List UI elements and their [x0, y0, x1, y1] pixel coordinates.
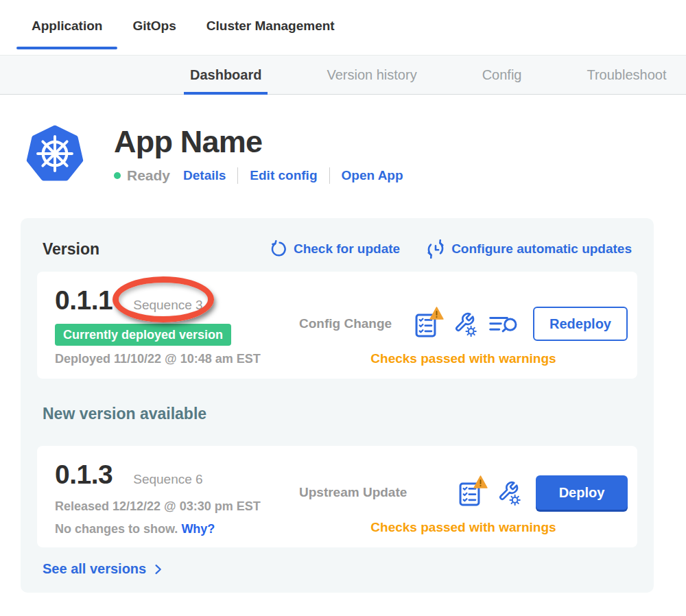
topnav-application[interactable]: Application [16, 0, 117, 55]
primary-nav: Application GitOps Cluster Management [0, 0, 686, 55]
ready-status-dot-icon [114, 172, 121, 179]
topnav-cluster-management-label: Cluster Management [206, 19, 335, 33]
details-link[interactable]: Details [183, 168, 226, 183]
see-all-versions-label: See all versions [43, 561, 146, 577]
diff-view-icon[interactable] [488, 313, 518, 335]
preflight-checks-button[interactable] [458, 478, 484, 507]
app-tab-bar: Dashboard Version history Config Trouble… [0, 55, 686, 95]
released-timestamp: Released 12/12/22 @ 03:30 pm EST [55, 499, 299, 514]
tab-config[interactable]: Config [482, 55, 522, 95]
open-app-link[interactable]: Open App [342, 168, 403, 183]
tab-version-history[interactable]: Version history [327, 55, 416, 95]
app-header: App Name Ready Details Edit config Open … [25, 123, 686, 185]
no-changes-text: No changes to show. [55, 522, 178, 536]
configure-automatic-updates-label: Configure automatic updates [451, 241, 632, 257]
divider [237, 167, 238, 184]
checks-warning-text: Checks passed with warnings [299, 351, 628, 366]
new-version-card: 0.1.3 Sequence 6 Released 12/12/22 @ 03:… [37, 446, 637, 547]
why-link[interactable]: Why? [181, 522, 215, 536]
tab-dashboard[interactable]: Dashboard [190, 55, 261, 95]
edit-config-link[interactable]: Edit config [250, 168, 317, 183]
auto-update-clock-icon [426, 239, 445, 259]
see-all-versions-link[interactable]: See all versions [43, 561, 632, 577]
version-panel-title: Version [43, 240, 270, 259]
check-for-update-label: Check for update [294, 241, 400, 257]
divider [329, 167, 330, 184]
config-wrench-icon[interactable] [452, 311, 477, 337]
current-version-number: 0.1.1 [55, 285, 113, 316]
new-version-number: 0.1.3 [55, 460, 113, 490]
preflight-checks-button[interactable] [414, 309, 440, 338]
redeploy-button[interactable]: Redeploy [533, 307, 628, 341]
warning-triangle-icon [429, 307, 444, 320]
app-status-row: Ready Details Edit config Open App [114, 167, 403, 184]
version-source-label: Upstream Update [299, 485, 407, 500]
version-panel: Version Check for update Configure autom… [21, 218, 654, 593]
topnav-cluster-management[interactable]: Cluster Management [191, 0, 350, 55]
config-wrench-icon[interactable] [496, 479, 521, 506]
check-for-update-button[interactable]: Check for update [270, 240, 400, 258]
topnav-application-label: Application [32, 19, 102, 33]
page-title: App Name [114, 124, 403, 160]
topnav-gitops-label: GitOps [132, 19, 176, 33]
checks-warning-text: Checks passed with warnings [299, 520, 628, 535]
kubernetes-logo-icon [25, 123, 84, 185]
tab-troubleshoot[interactable]: Troubleshoot [587, 55, 666, 95]
warning-triangle-icon [473, 475, 488, 488]
deploy-button[interactable]: Deploy [536, 475, 628, 510]
new-version-heading: New version available [43, 405, 632, 424]
new-version-sequence: Sequence 6 [133, 472, 202, 487]
current-version-sequence: Sequence 3 [133, 298, 202, 313]
configure-automatic-updates-button[interactable]: Configure automatic updates [426, 239, 632, 259]
status-text: Ready [127, 167, 170, 184]
current-version-card: 0.1.1 Sequence 3 Currently deployed vers… [37, 272, 637, 379]
refresh-icon [270, 240, 287, 258]
version-source-label: Config Change [299, 316, 392, 331]
topnav-gitops[interactable]: GitOps [117, 0, 191, 55]
chevron-right-icon [151, 562, 165, 576]
deployed-timestamp: Deployed 11/10/22 @ 10:48 am EST [55, 352, 299, 367]
currently-deployed-badge: Currently deployed version [55, 324, 231, 346]
